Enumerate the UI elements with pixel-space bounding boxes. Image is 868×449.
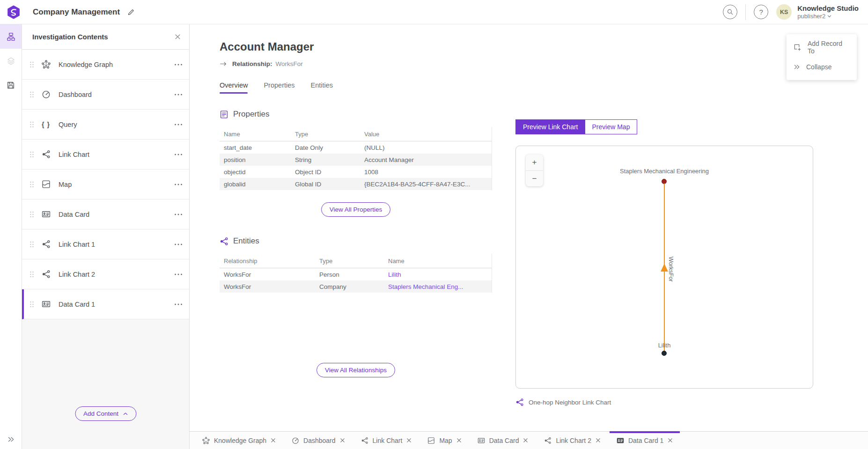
avatar[interactable]: KS [776,4,792,20]
item-options-button[interactable] [174,153,183,156]
close-tab-icon[interactable] [456,438,462,443]
record-tabs: Overview Properties Entities [220,81,492,94]
table-row[interactable]: objectid Object ID 1008 [220,166,492,178]
expand-panel-button[interactable] [0,436,22,442]
sidebar-item-list: Knowledge Graph Dashboard { } Query Link… [22,50,189,319]
link-chart-icon [544,437,552,444]
sidebar-item-dashboard[interactable]: Dashboard [22,80,189,110]
hierarchy-icon [7,32,15,41]
menu-item-add-record-to[interactable]: Add Record To [787,37,857,57]
menu-item-collapse[interactable]: Collapse [787,57,857,77]
drag-handle-icon[interactable] [27,240,37,249]
sidebar-item-query[interactable]: { } Query [22,110,189,140]
item-options-button[interactable] [174,303,183,306]
dashboard-icon [292,437,299,444]
bottom-tab-link-chart-2[interactable]: Link Chart 2 [536,432,608,449]
tab-entities[interactable]: Entities [311,81,333,94]
column-header: Value [364,131,492,138]
item-options-button[interactable] [174,93,183,96]
header-actions: ? KS Knowledge Studio publisher2 [723,4,859,20]
search-button[interactable] [723,5,737,19]
close-tab-icon[interactable] [523,438,528,443]
add-content-button[interactable]: Add Content [75,406,136,421]
sidebar-item-label: Dashboard [59,91,172,98]
subtitle-value: WorksFor [276,60,303,67]
chart-node-person[interactable] [662,351,667,356]
bottom-tab-dashboard[interactable]: Dashboard [284,432,353,449]
zoom-out-button[interactable]: − [526,170,543,186]
close-sidebar-icon[interactable] [175,34,181,40]
zoom-in-button[interactable]: + [526,155,543,170]
close-tab-icon[interactable] [406,438,412,443]
user-menu[interactable]: Knowledge Studio publisher2 [797,4,859,20]
sidebar-item-link-chart[interactable]: Link Chart [22,140,189,169]
sidebar-item-data-card-1[interactable]: Data Card 1 [22,289,189,319]
save-icon [7,81,15,89]
knowledge-graph-icon [202,437,210,444]
item-options-button[interactable] [174,63,183,66]
drag-handle-icon[interactable] [27,60,37,69]
item-options-button[interactable] [174,273,183,276]
entity-link[interactable]: Staplers Mechanical Eng... [388,283,463,290]
sidebar-item-label: Data Card 1 [59,301,172,308]
item-options-button[interactable] [174,213,183,216]
tab-overview[interactable]: Overview [220,81,248,94]
tab-properties[interactable]: Properties [264,81,294,94]
sidebar-item-data-card[interactable]: Data Card [22,199,189,229]
rail-investigation-contents-button[interactable] [0,24,22,49]
app-header: Company Management ? KS Knowledge Studio… [0,0,868,24]
sidebar-item-map[interactable]: Map [22,169,189,199]
bottom-tab-data-card[interactable]: Data Card [470,432,537,449]
properties-section-title: Properties [233,110,269,119]
bottom-tab-data-card-1[interactable]: Data Card 1 [609,432,681,449]
preview-map-toggle[interactable]: Preview Map [585,120,637,134]
investigation-contents-panel: Investigation Contents Knowledge Graph D… [22,24,190,449]
drag-handle-icon[interactable] [27,300,37,309]
drag-handle-icon[interactable] [27,150,37,159]
table-row[interactable]: WorksFor Company Staplers Mechanical Eng… [220,280,492,293]
sidebar-title: Investigation Contents [32,33,175,41]
close-tab-icon[interactable] [340,438,345,443]
drag-handle-icon[interactable] [27,210,37,219]
link-chart-icon [39,150,53,159]
preview-link-chart-toggle[interactable]: Preview Link Chart [516,120,585,134]
view-all-properties-button[interactable]: View All Properties [321,202,390,217]
bottom-tab-knowledge-graph[interactable]: Knowledge Graph [194,432,284,449]
subtitle-label: Relationship: [232,60,272,67]
table-row[interactable]: position String Account Manager [220,154,492,166]
drag-handle-icon[interactable] [27,270,37,279]
entity-link[interactable]: Lilith [388,271,401,278]
sidebar-header: Investigation Contents [22,24,189,50]
table-row[interactable]: WorksFor Person Lilith [220,268,492,280]
item-options-button[interactable] [174,183,183,186]
item-options-button[interactable] [174,243,183,246]
close-tab-icon[interactable] [668,438,673,443]
edit-title-icon[interactable] [127,8,135,16]
sidebar-item-label: Map [59,181,172,188]
help-button[interactable]: ? [754,5,768,19]
rail-save-button[interactable] [0,73,22,97]
table-row[interactable]: globalid Global ID {BEC2A1B4-BA25-4CFF-8… [220,178,492,190]
sidebar-footer: Add Content [22,319,189,449]
link-chart-icon [39,270,53,279]
close-tab-icon[interactable] [271,438,276,443]
rail-layers-button[interactable] [0,49,22,73]
bottom-tab-link-chart[interactable]: Link Chart [353,432,420,449]
header-divider [745,4,746,20]
drag-handle-icon[interactable] [27,180,37,189]
sidebar-item-knowledge-graph[interactable]: Knowledge Graph [22,50,189,80]
sidebar-item-link-chart-1[interactable]: Link Chart 1 [22,229,189,259]
view-all-relationships-button[interactable]: View All Relationships [316,363,395,377]
app-title: Company Management [33,7,120,17]
drag-handle-icon[interactable] [27,90,37,99]
close-tab-icon[interactable] [596,438,601,443]
item-options-button[interactable] [174,123,183,126]
link-chart-canvas[interactable]: + − Staplers Mechanical Engineering Work… [515,146,813,389]
user-role: publisher2 [797,13,825,20]
sidebar-item-link-chart-2[interactable]: Link Chart 2 [22,259,189,289]
link-chart-icon [361,437,368,444]
table-row[interactable]: start_date Date Only (NULL) [220,141,492,154]
data-card-icon [39,210,53,219]
bottom-tab-map[interactable]: Map [419,432,469,449]
drag-handle-icon[interactable] [27,120,37,129]
